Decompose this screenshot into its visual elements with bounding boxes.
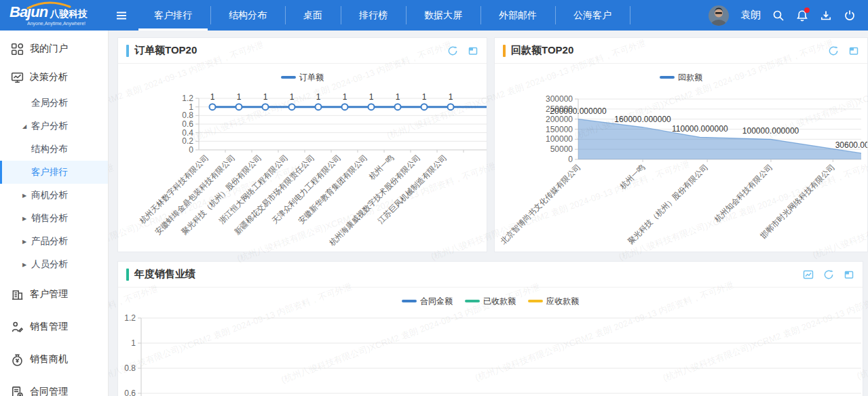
panel-actions	[828, 45, 859, 56]
svg-text:160000.000000: 160000.000000	[614, 115, 671, 124]
sidebar-item-label: 客户分析	[31, 120, 68, 132]
svg-text:0.8: 0.8	[124, 363, 136, 373]
legend-swatch	[465, 300, 480, 302]
svg-text:1: 1	[189, 102, 193, 112]
legend-label: 已收款额	[483, 296, 516, 307]
user-avatar[interactable]	[709, 5, 729, 26]
sidebar-item[interactable]: 结构分布	[0, 138, 108, 161]
panel-title: 年度销售业绩	[134, 268, 195, 281]
svg-text:北京智博尚书文化传媒有限公司: 北京智博尚书文化传媒有限公司	[499, 163, 582, 245]
svg-text:150000: 150000	[546, 125, 573, 134]
contract-icon	[11, 386, 24, 396]
refresh-icon[interactable]	[828, 45, 839, 56]
sidebar-item[interactable]: 决策分析	[0, 63, 108, 92]
nav-tab-6[interactable]: 外部邮件	[480, 0, 555, 31]
monitor-chart-icon	[11, 71, 24, 84]
sidebar-menu: 我的门户 决策分析全局分析◢客户分析结构分布客户排行▶商机分析▶销售分析▶产品分…	[0, 31, 109, 396]
svg-text:1: 1	[449, 92, 453, 102]
sidebar-item-label: 全局分析	[31, 97, 68, 109]
fullscreen-icon[interactable]	[468, 45, 478, 56]
nav-tab-1[interactable]: 客户排行	[136, 0, 210, 31]
sidebar-item[interactable]: 客户排行	[0, 161, 108, 184]
sidebar-item-label: 商机分析	[31, 189, 68, 201]
svg-text:0.6: 0.6	[124, 389, 136, 396]
legend-item[interactable]: 已收款额	[465, 296, 516, 307]
legend-item[interactable]: 回款额	[660, 72, 702, 83]
sidebar-item-label: 客户管理	[30, 288, 68, 300]
sidebar-item[interactable]: 我的门户	[0, 35, 108, 63]
legend-item[interactable]: 合同金额	[402, 296, 453, 307]
svg-text:30600.000000: 30600.000000	[835, 140, 868, 150]
sidebar-item[interactable]: 销售管理	[0, 313, 108, 341]
svg-text:0.2: 0.2	[182, 136, 193, 146]
svg-text:1: 1	[263, 92, 268, 102]
sidebar-item[interactable]: 客户管理	[0, 280, 108, 309]
payment-top20-chart: 0500001000001500002000002500003000002000…	[495, 87, 868, 252]
sidebar-item[interactable]: ▶商机分析	[0, 184, 108, 207]
sidebar-item[interactable]: 全局分析	[0, 92, 108, 115]
caret-expanded-icon: ◢	[22, 123, 26, 130]
svg-text:1.2: 1.2	[124, 313, 136, 323]
caret-collapsed-icon: ▶	[22, 216, 26, 222]
refresh-icon[interactable]	[447, 45, 458, 56]
download-icon[interactable]	[820, 9, 832, 22]
legend-label: 回款额	[678, 72, 702, 83]
svg-text:110000.000000: 110000.000000	[672, 124, 728, 134]
legend-swatch	[528, 300, 543, 302]
navbar-right: 袁朗	[709, 0, 868, 31]
svg-text:1: 1	[131, 338, 136, 348]
panel-title: 订单额TOP20	[134, 44, 197, 57]
sidebar-item[interactable]: 销售商机	[0, 345, 108, 374]
username[interactable]: 袁朗	[740, 9, 761, 22]
sidebar-item-label: 客户排行	[31, 166, 68, 178]
annual-sales-chart: 1.210.80.6	[118, 311, 863, 396]
sidebar-item-label: 决策分析	[30, 71, 68, 83]
svg-text:邯郸市时光网络科技有限公司: 邯郸市时光网络科技有限公司	[759, 163, 836, 240]
top-navbar: Bajun 八骏科技 Anyone,Anytime,Anywhere! 客户排行…	[0, 0, 868, 31]
sidebar-item[interactable]: ▶产品分析	[0, 230, 108, 253]
legend-label: 订单额	[299, 72, 324, 83]
sidebar-item-label: 我的门户	[30, 43, 68, 55]
sidebar-item[interactable]: ▶销售分析	[0, 207, 108, 230]
svg-text:100000: 100000	[546, 134, 573, 144]
sidebar-item[interactable]: ◢客户分析	[0, 115, 108, 138]
nav-tabs: 客户排行结构分布桌面排行榜数据大屏外部邮件公海客户	[136, 0, 630, 31]
panel-payment-top20: 回款额TOP20 回款额 050000100000150000200000250…	[494, 37, 868, 252]
svg-text:50000: 50000	[550, 144, 573, 154]
sidebar-item-label: 销售管理	[30, 321, 68, 333]
caret-collapsed-icon: ▶	[22, 262, 26, 268]
panel-accent-bar	[503, 45, 506, 57]
svg-text:杭州知会科技有限公司: 杭州知会科技有限公司	[713, 163, 774, 224]
nav-tab-2[interactable]: 结构分布	[210, 0, 285, 31]
notification-dot	[804, 7, 810, 13]
sidebar-item[interactable]: ▶人员分析	[0, 253, 108, 276]
chart-legend: 合同金额已收款额应收款额	[118, 294, 863, 308]
fullscreen-icon[interactable]	[844, 269, 854, 280]
svg-text:100000.000000: 100000.000000	[742, 126, 799, 136]
svg-text:杭州一鸣: 杭州一鸣	[618, 163, 647, 191]
svg-text:0.6: 0.6	[182, 119, 193, 129]
nav-tab-7[interactable]: 公海客户	[555, 0, 630, 31]
refresh-icon[interactable]	[823, 269, 834, 280]
legend-item[interactable]: 订单额	[281, 72, 324, 83]
nav-tab-5[interactable]: 数据大屏	[406, 0, 480, 31]
panel-accent-bar	[126, 45, 129, 57]
legend-swatch	[281, 76, 296, 79]
svg-text:1: 1	[237, 92, 242, 102]
notification-bell-icon[interactable]	[796, 9, 808, 22]
svg-text:200000.000000: 200000.000000	[550, 106, 607, 116]
search-icon[interactable]	[772, 9, 785, 22]
nav-tab-3[interactable]: 桌面	[285, 0, 341, 31]
panel-header: 订单额TOP20	[118, 38, 487, 64]
legend-item[interactable]: 应收款额	[528, 296, 579, 307]
logout-power-icon[interactable]	[844, 9, 856, 22]
menu-toggle-icon[interactable]	[107, 0, 136, 31]
app-logo[interactable]: Bajun 八骏科技 Anyone,Anytime,Anywhere!	[0, 0, 107, 31]
sidebar-item[interactable]: 合同管理	[0, 378, 108, 396]
fullscreen-icon[interactable]	[848, 45, 859, 56]
sidebar-item-label: 结构分布	[31, 143, 68, 155]
svg-text:1: 1	[396, 92, 400, 102]
nav-tab-4[interactable]: 排行榜	[341, 0, 406, 31]
sidebar-item-label: 销售商机	[30, 353, 68, 365]
chart-switch-icon[interactable]	[803, 269, 814, 280]
